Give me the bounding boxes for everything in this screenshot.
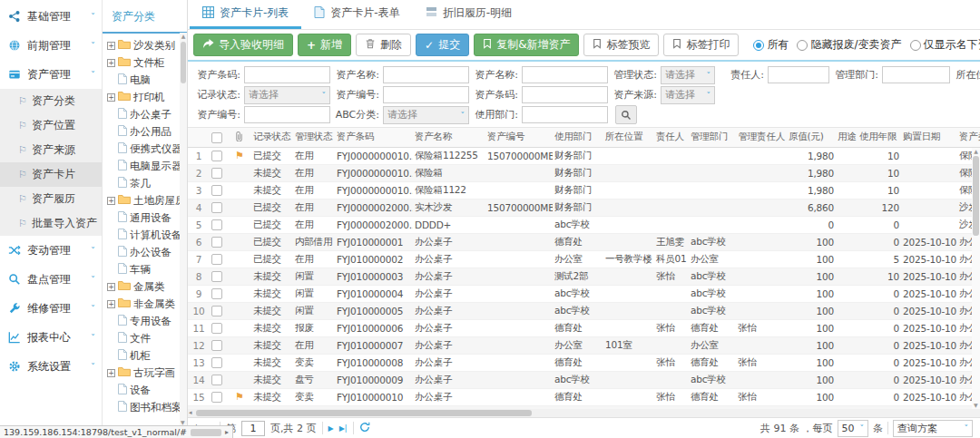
column-header[interactable]: 使用年限 [858, 128, 901, 147]
row-checkbox[interactable] [211, 271, 222, 282]
sidebar-item-report-center[interactable]: 报表中心 ˅ [0, 323, 102, 352]
table-row[interactable]: 8 ⚑ 未提交 闲置 FYJ010000003 办公桌子 测试2部 张怡 abc… [188, 268, 980, 285]
asset-barcode-input-2[interactable] [522, 86, 608, 103]
use-dept-input[interactable] [522, 106, 608, 123]
column-header[interactable]: 责任人 [654, 128, 689, 147]
tree-node[interactable]: + 通用设备 [107, 209, 187, 227]
row-checkbox[interactable] [211, 185, 222, 196]
radio-hide-scrapped[interactable]: 隐藏报废/变卖资产 [797, 37, 901, 53]
row-checkbox[interactable] [211, 202, 222, 213]
sidebar-item-system-settings[interactable]: 系统设置 ˅ [0, 352, 102, 381]
sidebar-item-change-mgmt[interactable]: 变动管理 ˅ [0, 236, 102, 265]
asset-name-input[interactable] [383, 66, 469, 83]
row-checkbox[interactable] [211, 288, 222, 299]
table-row[interactable]: 12 ⚑ 未提交 在用 FYJ010000007 办公桌子 办公室 101室 办… [188, 336, 980, 354]
responsible-person-input[interactable] [768, 66, 829, 83]
sidebar-subitem[interactable]: ⚐ 批量导入资产 [0, 211, 102, 236]
tab-depreciation-history[interactable]: 折旧履历-明细 [413, 0, 524, 29]
tree-scrollbar[interactable]: ▲▼ [180, 33, 187, 425]
table-row[interactable]: 4 ⚑ 已提交 在用 FYJ0000002000... 实木沙发 1507000… [188, 199, 980, 216]
add-button[interactable]: + 新增 [298, 34, 351, 56]
row-checkbox[interactable] [211, 357, 222, 368]
row-checkbox[interactable] [211, 306, 222, 316]
scroll-right-icon[interactable]: ▸ [225, 428, 229, 436]
tree-expander-icon[interactable]: + [107, 283, 115, 291]
column-header[interactable]: 资产条码 [335, 128, 413, 147]
import-acceptance-button[interactable]: 导入验收明细 [193, 34, 293, 56]
tab-asset-card-form[interactable]: 资产卡片-表单 [301, 0, 412, 29]
asset-name-input-2[interactable] [522, 66, 608, 83]
tree-node[interactable]: + 文件柜 [107, 54, 187, 72]
tree-node[interactable]: + 办公桌子 [107, 106, 187, 123]
tree-expander-icon[interactable]: + [107, 42, 115, 50]
tree-node[interactable]: + 设备 [107, 382, 187, 399]
query-scheme-select[interactable]: 查询方案˅ [893, 420, 973, 437]
sidebar-item-inventory-mgmt[interactable]: 盘点管理 ˅ [0, 265, 102, 294]
tree-node[interactable]: + 图书和档案 [107, 399, 187, 413]
delete-button[interactable]: 删除 [356, 34, 411, 56]
table-row[interactable]: 6 ⚑ 已提交 内部借用 FYJ010000001 办公桌子 德育处 王旭雯 a… [188, 233, 980, 250]
page-size-select[interactable]: 50˅ [838, 420, 869, 437]
row-checkbox[interactable] [211, 219, 222, 230]
column-header[interactable]: 所在位置 [603, 128, 654, 147]
grid-horizontal-scrollbar[interactable]: ◂ [188, 409, 980, 417]
tree-expander-icon[interactable]: + [107, 300, 115, 308]
select-all-checkbox[interactable] [211, 132, 222, 143]
sidebar-item-asset-mgmt[interactable]: 资产管理 ˅ [0, 60, 102, 89]
table-row[interactable]: 9 ⚑ 未提交 闲置 FYJ010000004 办公桌子 abc学校 abc学校 [188, 285, 980, 302]
tree-node[interactable]: + 非金属类 [107, 296, 187, 313]
column-header[interactable]: 记录状态 [251, 128, 293, 147]
asset-barcode-input[interactable] [244, 66, 330, 83]
label-print-button[interactable]: 标签打印 [663, 34, 739, 56]
table-row[interactable]: 2 ⚑ 未提交 在用 FYJ0000000010... 保险箱 财务部门 [188, 164, 980, 181]
tree-node[interactable]: + 沙发类别 [107, 37, 187, 54]
tree-node[interactable]: + 电脑 [107, 72, 187, 89]
refresh-icon[interactable] [359, 422, 370, 435]
column-header[interactable]: 使用部门 [553, 128, 603, 147]
tree-node[interactable]: + 计算机设备及配件 [107, 227, 187, 244]
tree-node[interactable]: + 电脑显示器 [107, 158, 187, 175]
radio-all[interactable]: 所有 [753, 37, 789, 53]
tree-node[interactable]: + 土地房屋房屋及构 [107, 192, 187, 209]
tree-node[interactable]: + 金属类 [107, 278, 187, 296]
abc-class-select[interactable]: 请选择˅ [383, 106, 469, 124]
sidebar-subitem[interactable]: ⚐ 资产履历 [0, 187, 102, 211]
table-row[interactable]: 7 ⚑ 已提交 在用 FYJ010000002 办公桌子 办公室 一号教学楼 科… [188, 250, 980, 268]
table-row[interactable]: 10 ⚑ 未提交 闲置 FYJ010000005 办公桌子 abc学校 abc学… [188, 302, 980, 319]
column-header[interactable]: 购置日期 [901, 128, 957, 147]
next-page-icon[interactable]: ▶ [328, 424, 334, 433]
tree-node[interactable]: + 办公用品 [107, 123, 187, 141]
tree-node[interactable]: + 车辆 [107, 261, 187, 278]
table-row[interactable]: 3 ⚑ 未提交 在用 FYJ0000000010... 保险箱1122 财务部门 [188, 181, 980, 199]
tree-node[interactable]: + 便携式仪器设备 [107, 141, 187, 158]
table-row[interactable]: 11 ⚑ 未提交 报废 FYJ010000006 办公桌子 德育处 张怡 德育处 [188, 319, 980, 336]
row-checkbox[interactable] [211, 340, 222, 351]
tree-expander-icon[interactable]: + [107, 369, 115, 377]
sidebar-subitem[interactable]: ⚐ 资产位置 [0, 113, 102, 138]
tree-node[interactable]: + 茶几 [107, 175, 187, 192]
tree-node[interactable]: + 打印机 [107, 89, 187, 106]
column-header[interactable]: 管理责任人 [736, 128, 787, 147]
column-header[interactable]: 原值(元) [787, 128, 836, 147]
row-checkbox[interactable] [211, 151, 222, 161]
last-page-icon[interactable]: ▶| [339, 424, 348, 433]
sidebar-item-base-mgmt[interactable]: 基础管理 ˅ [0, 2, 102, 31]
row-checkbox[interactable] [211, 254, 222, 265]
column-header[interactable]: 资产名称 [413, 128, 485, 147]
asset-number-input-2[interactable] [244, 106, 330, 123]
column-header[interactable]: 管理部门 [689, 128, 736, 147]
row-checkbox[interactable] [211, 323, 222, 334]
tree-node[interactable]: + 文件 [107, 330, 187, 347]
sidebar-subitem[interactable]: ⚐ 资产来源 [0, 138, 102, 162]
row-checkbox[interactable] [211, 168, 222, 179]
table-row[interactable]: 13 ⚑ 未提交 变卖 FYJ010000008 办公桌子 德育处 张怡 德育处 [188, 354, 980, 371]
tree-node[interactable]: + 专用设备 [107, 313, 187, 330]
row-checkbox[interactable] [211, 392, 222, 403]
label-preview-button[interactable]: 标签预览 [583, 34, 659, 56]
table-row[interactable]: 14 ⚑ 未提交 盘亏 FYJ010000009 办公桌子 abc学校 abc学… [188, 371, 980, 388]
copy-add-asset-button[interactable]: 复制&新增资产 [474, 34, 579, 56]
page-number-input[interactable]: 1 [241, 421, 265, 436]
manage-status-select[interactable]: 请选择˅ [661, 66, 715, 84]
asset-source-select[interactable]: 请选择˅ [661, 86, 715, 104]
row-checkbox[interactable] [211, 375, 222, 385]
